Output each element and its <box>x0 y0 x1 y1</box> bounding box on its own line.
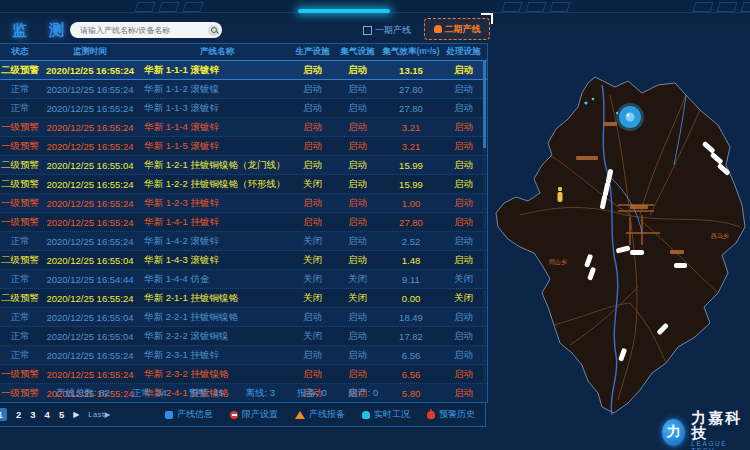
cell-name: 华新 1-4-2 滚镀锌 <box>140 235 290 248</box>
page-title: 监 测 <box>12 21 73 40</box>
column-header: 生产设施 <box>290 46 335 58</box>
footer-bar: 1 2345▶Last▶ 产线信息限产设置产线报备实时工况预警历史 <box>0 402 486 427</box>
table-row[interactable]: 二级预警2020/12/25 16:55:04华新 1-2-1 挂镀铜镍铬（龙门… <box>0 156 487 175</box>
column-header: 监测时间 <box>40 46 140 58</box>
table-row[interactable]: 正常2020/12/25 16:55:24华新 1-4-2 滚镀锌关闭启动2.5… <box>0 232 487 251</box>
cell-time: 2020/12/25 16:55:24 <box>40 103 140 114</box>
cell-treat: 启动 <box>442 140 485 153</box>
warning-triangle-button[interactable]: 产线报备 <box>295 408 345 421</box>
table-row[interactable]: 正常2020/12/25 16:55:04华新 2-2-2 滚镀铜镍关闭启动17… <box>0 327 487 346</box>
table-row[interactable]: 正常2020/12/25 16:55:24华新 1-1-3 滚镀锌启动启动27.… <box>0 99 487 118</box>
cell-name: 华新 1-2-1 挂镀铜镍铬（龙门线） <box>140 159 290 172</box>
column-header: 产线名称 <box>140 46 290 58</box>
table-row[interactable]: 一级预警2020/12/25 16:55:24华新 1-4-1 挂镀锌启动启动2… <box>0 213 487 232</box>
cell-prod: 关闭 <box>290 235 335 248</box>
cell-eff: 3.21 <box>380 122 442 133</box>
page-number[interactable]: 5 <box>59 409 64 420</box>
cell-status: 二级预警 <box>0 64 40 77</box>
table-row[interactable]: 二级预警2020/12/25 16:55:24华新 2-1-1 挂镀铜镍铬关闭关… <box>0 289 487 308</box>
search-box[interactable] <box>70 22 222 38</box>
cell-gas: 关闭 <box>335 292 380 305</box>
table-row[interactable]: 正常2020/12/25 16:55:04华新 2-2-1 挂镀铜镍铬启动启动1… <box>0 308 487 327</box>
table-row[interactable]: 一级预警2020/12/25 16:55:24华新 1-1-4 滚镀锌启动启动3… <box>0 118 487 137</box>
cell-treat: 启动 <box>442 368 485 381</box>
cell-eff: 17.82 <box>380 331 442 342</box>
checkbox-icon[interactable] <box>363 26 372 35</box>
cell-status: 正常 <box>0 311 40 324</box>
cell-prod: 启动 <box>290 311 335 324</box>
table-header: 状态监测时间产线名称生产设施集气设施集气效率(m³/s)处理设施 <box>0 44 487 60</box>
next-page-button[interactable]: ▶ <box>73 410 79 419</box>
cell-treat: 启动 <box>442 254 485 267</box>
cell-time: 2020/12/25 16:55:04 <box>40 331 140 342</box>
summary-item: 正常: 34 <box>132 387 167 400</box>
cell-prod: 启动 <box>290 349 335 362</box>
cell-prod: 启动 <box>290 64 335 77</box>
cell-name: 华新 1-1-4 滚镀锌 <box>140 121 290 134</box>
cell-prod: 关闭 <box>290 330 335 343</box>
table-row[interactable]: 一级预警2020/12/25 16:55:24华新 1-1-5 滚镀锌启动启动3… <box>0 137 487 156</box>
cell-name: 华新 1-1-2 滚镀镍 <box>140 83 290 96</box>
cell-time: 2020/12/25 16:55:24 <box>40 293 140 304</box>
cell-prod: 关闭 <box>290 292 335 305</box>
logo-name-cn: 力嘉科技 <box>691 410 750 440</box>
map-town-label: 西乌乡 <box>711 232 729 241</box>
table-row[interactable]: 正常2020/12/25 16:55:24华新 2-3-1 挂镀锌启动启动6.5… <box>0 346 487 365</box>
cell-eff: 13.15 <box>380 65 442 76</box>
cell-time: 2020/12/25 16:55:24 <box>40 236 140 247</box>
cell-gas: 关闭 <box>335 273 380 286</box>
cell-name: 华新 1-4-4 仿金 <box>140 273 290 286</box>
deco-boxes-mid <box>503 2 569 12</box>
last-page-button[interactable]: Last▶ <box>88 410 110 419</box>
table-scrollbar[interactable] <box>483 60 486 384</box>
table-row[interactable]: 正常2020/12/25 16:54:44华新 1-4-4 仿金关闭关闭9.11… <box>0 270 487 289</box>
cell-time: 2020/12/25 16:55:24 <box>40 122 140 133</box>
alarm-button[interactable]: 预警历史 <box>427 408 475 421</box>
gauge-button[interactable]: 实时工况 <box>362 408 410 421</box>
phase2-button[interactable]: 二期产线 <box>424 18 490 40</box>
cell-status: 二级预警 <box>0 254 40 267</box>
district-map[interactable] <box>490 55 750 450</box>
summary-item: 报备: 0 <box>297 387 327 400</box>
page-current[interactable]: 1 <box>0 408 7 421</box>
cell-name: 华新 1-1-3 滚镀锌 <box>140 102 290 115</box>
cell-gas: 启动 <box>335 178 380 191</box>
cell-treat: 关闭 <box>442 292 485 305</box>
glow-bar <box>298 9 390 13</box>
scrollbar-thumb[interactable] <box>483 60 486 148</box>
footer-button-label: 实时工况 <box>374 408 410 421</box>
cell-gas: 启动 <box>335 102 380 115</box>
summary-item: 离线: 3 <box>246 387 276 400</box>
monitoring-table: 状态监测时间产线名称生产设施集气设施集气效率(m³/s)处理设施 二级预警202… <box>0 43 488 403</box>
summary-bar: 产线总数: 82正常: 34预警: 45离线: 3报备: 0限产: 0 <box>0 386 487 401</box>
map-marker-blue[interactable] <box>616 103 644 131</box>
cell-time: 2020/12/25 16:55:24 <box>40 65 140 76</box>
district-shape <box>496 77 745 413</box>
monitoring-dashboard: 监 测 一期产线 二期产线 状态监测时间产线名称生产设施集气设施集气效率(m³/… <box>0 0 750 450</box>
cell-prod: 启动 <box>290 159 335 172</box>
table-row[interactable]: 一级预警2020/12/25 16:55:24华新 2-3-2 挂镀镍铬启动启动… <box>0 365 487 384</box>
logo-icon: 力 <box>662 419 685 446</box>
page-number[interactable]: 3 <box>30 409 35 420</box>
cell-status: 正常 <box>0 83 40 96</box>
cell-treat: 启动 <box>442 216 485 229</box>
table-row[interactable]: 一级预警2020/12/25 16:55:24华新 1-2-3 挂镀锌启动启动1… <box>0 194 487 213</box>
table-row[interactable]: 二级预警2020/12/25 16:55:24华新 1-1-1 滚镀锌启动启动1… <box>0 60 487 80</box>
cell-eff: 9.11 <box>380 274 442 285</box>
search-input[interactable] <box>70 26 208 35</box>
no-entry-button[interactable]: 限产设置 <box>230 408 278 421</box>
page-number[interactable]: 4 <box>45 409 50 420</box>
phase1-checkbox[interactable]: 一期产线 <box>363 24 411 37</box>
table-row[interactable]: 二级预警2020/12/25 16:55:24华新 1-2-2 挂镀铜镍铬（环形… <box>0 175 487 194</box>
page-number[interactable]: 2 <box>16 409 21 420</box>
alarm-icon <box>427 411 435 419</box>
footer-button-label: 预警历史 <box>439 408 475 421</box>
table-row[interactable]: 二级预警2020/12/25 16:55:04华新 1-4-3 滚镀锌关闭启动1… <box>0 251 487 270</box>
cell-gas: 启动 <box>335 235 380 248</box>
map-marker-person[interactable] <box>558 187 563 202</box>
cell-time: 2020/12/25 16:55:24 <box>40 179 140 190</box>
info-button[interactable]: 产线信息 <box>165 408 213 421</box>
table-row[interactable]: 正常2020/12/25 16:55:24华新 1-1-2 滚镀镍启动启动27.… <box>0 80 487 99</box>
search-icon[interactable] <box>208 25 219 36</box>
cell-name: 华新 1-1-1 滚镀锌 <box>140 64 290 77</box>
